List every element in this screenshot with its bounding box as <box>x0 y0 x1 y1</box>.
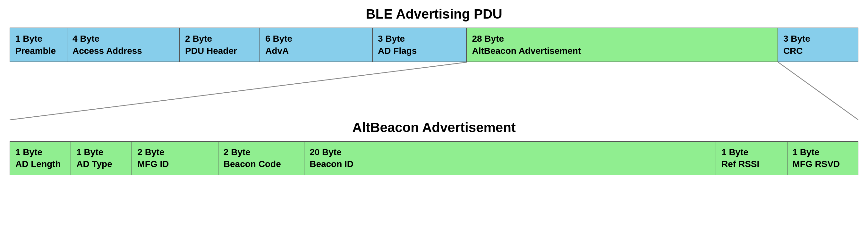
top-title: BLE Advertising PDU <box>10 6 858 22</box>
top-row: 1 BytePreamble4 ByteAccess Address2 Byte… <box>10 28 858 62</box>
bottom-cell-5: 1 ByteRef RSSI <box>716 142 787 175</box>
top-cell-6: 3 ByteCRC <box>778 28 858 62</box>
top-cell-5: 28 ByteAltBeacon Advertisement <box>467 28 778 62</box>
diagram-wrapper: BLE Advertising PDU 1 BytePreamble4 Byte… <box>10 6 858 175</box>
bottom-cell-6: 1 ByteMFG RSVD <box>787 142 858 175</box>
bottom-cell-1: 1 ByteAD Type <box>71 142 132 175</box>
svg-line-1 <box>778 62 858 120</box>
top-cell-1: 4 ByteAccess Address <box>67 28 180 62</box>
bottom-cell-0: 1 ByteAD Length <box>10 142 71 175</box>
connector <box>10 62 858 120</box>
bottom-cell-2: 2 ByteMFG ID <box>132 142 218 175</box>
top-cell-4: 3 ByteAD Flags <box>373 28 467 62</box>
bottom-row: 1 ByteAD Length1 ByteAD Type2 ByteMFG ID… <box>10 141 858 176</box>
bottom-cell-4: 20 ByteBeacon ID <box>304 142 716 175</box>
top-cell-2: 2 BytePDU Header <box>180 28 260 62</box>
svg-line-0 <box>10 62 467 120</box>
connector-svg <box>10 62 858 120</box>
bottom-title: AltBeacon Advertisement <box>10 120 858 135</box>
top-cell-3: 6 ByteAdvA <box>260 28 373 62</box>
bottom-cell-3: 2 ByteBeacon Code <box>218 142 304 175</box>
top-cell-0: 1 BytePreamble <box>10 28 67 62</box>
